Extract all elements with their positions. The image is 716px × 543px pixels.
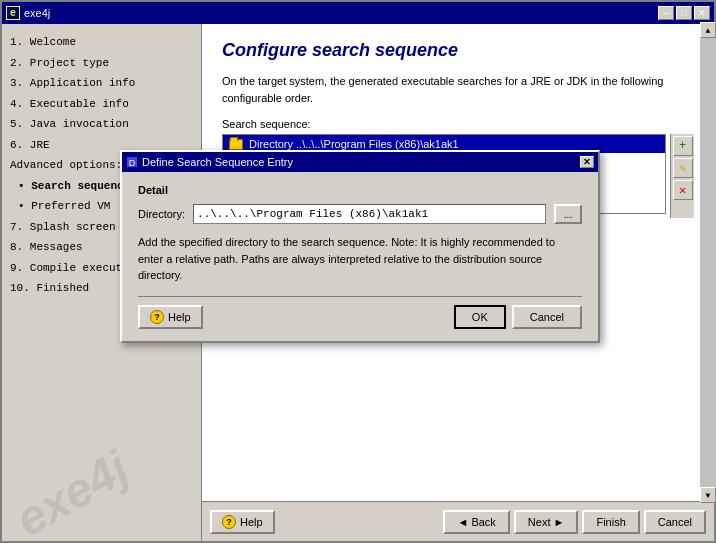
modal-help-icon: ? [150,310,164,324]
modal-footer: ? Help OK Cancel [138,296,582,329]
modal-title-bar: D Define Search Sequence Entry ✕ [122,152,598,172]
directory-label: Directory: [138,208,185,220]
modal-note: Add the specified directory to the searc… [138,234,582,284]
modal-cancel-button[interactable]: Cancel [512,305,582,329]
modal-dialog: D Define Search Sequence Entry ✕ Detail … [120,150,600,343]
modal-title-text: Define Search Sequence Entry [142,156,580,168]
modal-help-button[interactable]: ? Help [138,305,203,329]
modal-overlay: D Define Search Sequence Entry ✕ Detail … [0,0,716,543]
modal-icon: D [126,156,138,168]
detail-label: Detail [138,184,582,196]
modal-body: Detail Directory: ... Add the specified … [122,172,598,341]
directory-input[interactable] [193,204,546,224]
browse-button[interactable]: ... [554,204,582,224]
modal-close-button[interactable]: ✕ [580,156,594,168]
modal-help-label: Help [168,311,191,323]
svg-text:D: D [129,158,136,168]
ok-button[interactable]: OK [454,305,506,329]
field-row: Directory: ... [138,204,582,224]
modal-action-buttons: OK Cancel [454,305,582,329]
